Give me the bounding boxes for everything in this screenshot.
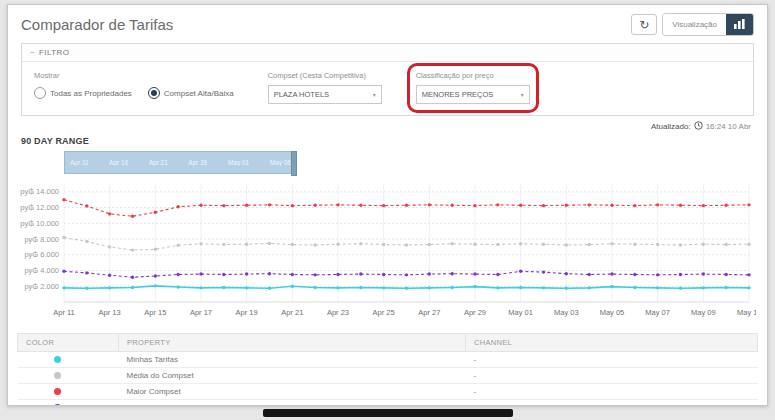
legend-color-cell — [18, 400, 119, 407]
svg-text:py₲ 12.000: py₲ 12.000 — [20, 203, 59, 212]
brush-tick-label: May 06 — [270, 159, 291, 166]
filter-body: Mostrar Todas as Propriedades Compset Al… — [22, 62, 753, 115]
column-header-channel: CHANNEL — [466, 334, 758, 352]
svg-text:py₲ 14.000: py₲ 14.000 — [20, 187, 59, 196]
svg-text:Apr 11: Apr 11 — [53, 308, 75, 317]
svg-text:Apr 13: Apr 13 — [99, 308, 121, 317]
svg-text:py₲ 4.000: py₲ 4.000 — [24, 266, 59, 275]
svg-text:py₲ 8.000: py₲ 8.000 — [24, 235, 59, 244]
svg-text:Apr 17: Apr 17 — [190, 308, 212, 317]
compset-select[interactable]: PLAZA HOTELS ▾ — [268, 85, 382, 104]
collapse-icon: − — [30, 48, 35, 57]
radio-group: Todas as Propriedades Compset Alta/Baixa — [34, 87, 234, 99]
svg-text:May 07: May 07 — [645, 308, 670, 317]
channel-value: - — [466, 352, 758, 368]
filter-panel-header[interactable]: −FILTRO — [22, 44, 753, 62]
chevron-down-icon: ▾ — [521, 91, 524, 98]
brush-handle[interactable] — [291, 151, 297, 176]
series-color-dot — [54, 356, 61, 363]
compset-group: Compset (Cesta Competitiva) PLAZA HOTELS… — [268, 71, 382, 104]
radio-label: Todas as Propriedades — [50, 89, 132, 98]
svg-text:May 09: May 09 — [691, 308, 716, 317]
updated-time: 16:24 10 Abr — [706, 122, 751, 131]
header: Comparador de Tarifas ↻ Visualização — [8, 5, 767, 41]
refresh-button[interactable]: ↻ — [631, 14, 657, 35]
column-header-property: PROPERTY — [119, 334, 466, 352]
radio-option-compset[interactable]: Compset Alta/Baixa — [148, 87, 234, 99]
rate-comparator-window: Comparador de Tarifas ↻ Visualização −FI… — [7, 4, 768, 406]
svg-text:Apr 27: Apr 27 — [418, 308, 440, 317]
legend-color-cell — [18, 368, 119, 384]
brush-tick-label: Apr 26 — [188, 159, 207, 166]
legend-color-cell — [18, 384, 119, 400]
svg-text:py₲ 6.000: py₲ 6.000 — [24, 250, 59, 259]
classificacao-selected-value: MENORES PREÇOS — [422, 90, 494, 99]
updated-label: Atualizado: — [651, 122, 691, 131]
page-title: Comparador de Tarifas — [21, 16, 173, 33]
radio-circle[interactable] — [148, 87, 160, 99]
compset-label: Compset (Cesta Competitiva) — [268, 71, 382, 80]
channel-value: - — [466, 384, 758, 400]
updated-row: Atualizado: 16:24 10 Abr — [8, 116, 767, 132]
mostrar-label: Mostrar — [34, 71, 234, 80]
svg-text:Apr 29: Apr 29 — [464, 308, 486, 317]
svg-text:May 11: May 11 — [737, 308, 756, 317]
legend-header-row: COLOR PROPERTY CHANNEL — [18, 334, 758, 352]
property-name: Menor Compset — [119, 400, 466, 407]
table-row[interactable]: Média do Compset- — [18, 368, 758, 384]
series-color-dot — [54, 404, 61, 406]
rates-line-chart[interactable]: Apr 11Apr 13Apr 15Apr 17Apr 19Apr 21Apr … — [14, 176, 756, 326]
filter-title: FILTRO — [39, 48, 69, 57]
svg-text:Apr 19: Apr 19 — [236, 308, 258, 317]
bar-chart-icon — [734, 17, 745, 32]
table-row[interactable]: Minhas Tarifas- — [18, 352, 758, 368]
series-color-dot — [54, 388, 61, 395]
chart-view-button[interactable] — [726, 14, 753, 35]
svg-text:py₲ 10.000: py₲ 10.000 — [20, 219, 59, 228]
chevron-down-icon: ▾ — [373, 91, 376, 98]
mostrar-group: Mostrar Todas as Propriedades Compset Al… — [34, 71, 234, 99]
brush-tick-label: May 01 — [228, 159, 249, 166]
radio-circle[interactable] — [34, 87, 46, 99]
radio-option-todas[interactable]: Todas as Propriedades — [34, 87, 132, 99]
property-name: Minhas Tarifas — [119, 352, 466, 368]
range-label: 90 DAY RANGE — [8, 132, 767, 147]
svg-text:May 05: May 05 — [600, 308, 625, 317]
compset-selected-value: PLAZA HOTELS — [274, 90, 329, 99]
legend-table: COLOR PROPERTY CHANNEL Minhas Tarifas-Mé… — [17, 333, 758, 406]
channel-value: - — [466, 400, 758, 407]
classificacao-select[interactable]: MENORES PREÇOS ▾ — [416, 85, 530, 104]
property-name: Média do Compset — [119, 368, 466, 384]
bottom-bar — [263, 409, 513, 417]
classificacao-label: Classificação por preço — [416, 71, 530, 80]
svg-text:py₲ 2.000: py₲ 2.000 — [24, 282, 59, 291]
brush-tick-label: Apr 21 — [149, 159, 168, 166]
property-name: Maior Compset — [119, 384, 466, 400]
svg-text:Apr 15: Apr 15 — [144, 308, 166, 317]
visualization-button-group: Visualização — [662, 13, 754, 36]
brush-tick-label: Apr 11 — [70, 159, 89, 166]
filter-panel: −FILTRO Mostrar Todas as Propriedades Co… — [21, 43, 754, 116]
table-row[interactable]: Menor Compset- — [18, 400, 758, 407]
svg-text:May 01: May 01 — [508, 308, 533, 317]
refresh-icon: ↻ — [639, 18, 649, 32]
svg-text:May 03: May 03 — [554, 308, 579, 317]
svg-text:Apr 21: Apr 21 — [281, 308, 303, 317]
brush-tick-label: Apr 16 — [109, 159, 128, 166]
header-actions: ↻ Visualização — [631, 13, 754, 36]
channel-value: - — [466, 368, 758, 384]
legend-color-cell — [18, 352, 119, 368]
column-header-color: COLOR — [18, 334, 119, 352]
chart-area: Apr 11Apr 13Apr 15Apr 17Apr 19Apr 21Apr … — [14, 176, 767, 330]
svg-text:Apr 23: Apr 23 — [327, 308, 349, 317]
visualizacao-label: Visualização — [663, 14, 726, 35]
series-color-dot — [54, 372, 61, 379]
radio-label: Compset Alta/Baixa — [164, 89, 234, 98]
date-range-brush[interactable]: Apr 11Apr 16Apr 21Apr 26May 01May 06 — [64, 151, 297, 174]
classificacao-group: Classificação por preço MENORES PREÇOS ▾ — [416, 71, 530, 104]
svg-text:Apr 25: Apr 25 — [373, 308, 395, 317]
table-row[interactable]: Maior Compset- — [18, 384, 758, 400]
clock-icon — [694, 121, 703, 132]
legend-table-body: Minhas Tarifas-Média do Compset-Maior Co… — [18, 352, 758, 407]
